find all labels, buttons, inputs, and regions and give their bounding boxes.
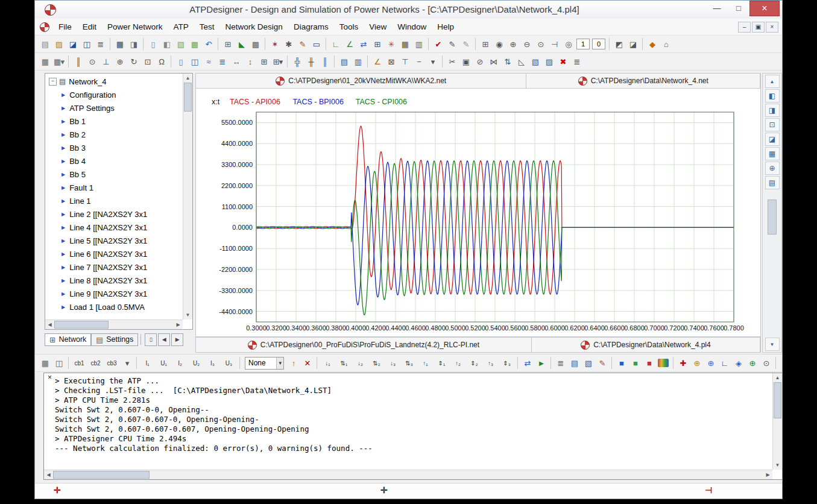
pages-grid-button[interactable]: ▥ — [352, 55, 364, 68]
tree-expander-icon[interactable]: − — [49, 78, 57, 86]
chart-copy-button[interactable]: ◧ — [765, 89, 780, 102]
phase-updown-3-button[interactable]: ⇅₃ — [402, 356, 417, 370]
probe-button[interactable]: ⊕ — [113, 55, 126, 68]
columns-button[interactable]: ║ — [318, 55, 331, 68]
bottom-tab-1[interactable]: C:\ATPDesigner\00_ProFuDiS\ProFuDiS_Land… — [196, 338, 532, 352]
console-horizontal-scrollbar[interactable]: ◀ ▶ — [44, 470, 772, 479]
square-red-button[interactable]: ■ — [643, 356, 655, 370]
menu-help[interactable]: Help — [432, 20, 459, 33]
chart-scroll-up-button[interactable]: ▲ — [765, 75, 780, 88]
top-tab-2[interactable]: C:\ATPDesigner\Data\Network_4.net — [526, 74, 760, 88]
tree-hscrollbar-thumb[interactable] — [54, 321, 109, 329]
phase-up-2-button[interactable]: ↑₂ — [450, 356, 465, 370]
page-number-field[interactable] — [576, 39, 590, 49]
settings-button[interactable]: ✱ — [282, 37, 295, 51]
save-all-button[interactable]: ◫ — [80, 37, 93, 51]
stairs-button[interactable]: ≣ — [216, 55, 229, 68]
splitter-marker-center[interactable]: ✛ — [380, 485, 388, 495]
back-button[interactable]: ⊣ — [548, 37, 561, 51]
phase-updown-2-button[interactable]: ⇅₂ — [369, 356, 384, 370]
console-vertical-scrollbar[interactable]: ▲ ▼ — [772, 373, 782, 470]
layer-back-button[interactable]: ◪ — [626, 37, 639, 51]
zoom-out-button[interactable]: ⊖ — [520, 37, 533, 51]
crop-button[interactable]: ⊠ — [385, 55, 397, 68]
window-grid-button[interactable]: ⊞ — [221, 37, 234, 51]
axes-button[interactable]: ∟ — [718, 356, 731, 370]
minimize-button[interactable]: — — [706, 1, 728, 15]
voltage-1-button[interactable]: U₁ — [156, 356, 171, 370]
chart-zoom-button[interactable]: ⊕ — [765, 162, 780, 175]
cb1-button[interactable]: cb1 — [72, 356, 87, 370]
phase-double-1-button[interactable]: ⇕₁ — [434, 356, 449, 370]
cb-dropdown[interactable]: ▾ — [121, 356, 133, 370]
menu-test[interactable]: Test — [194, 20, 220, 33]
mdi-close-button[interactable]: × — [766, 22, 778, 33]
scroll-right-icon[interactable]: ▶ — [174, 320, 183, 329]
chart-save-button[interactable]: ◪ — [765, 133, 780, 146]
magnify-region-button[interactable]: ⊡ — [141, 55, 154, 68]
tree-item-atp-settings[interactable]: ▶ATP Settings — [46, 101, 182, 115]
cb3-button[interactable]: cb3 — [104, 356, 119, 370]
binoculars-button[interactable]: ◉ — [493, 37, 505, 51]
scroll-left-icon[interactable]: ◀ — [44, 470, 53, 479]
find-button[interactable]: ◎ — [562, 37, 575, 51]
menu-diagrams[interactable]: Diagrams — [288, 20, 334, 33]
top-tab-1[interactable]: C:\ATPDesigner\01_20kVNetzMitWKA\WKA2.ne… — [196, 74, 526, 88]
asterisk-button[interactable]: ✳ — [385, 37, 397, 51]
pen-button[interactable]: ✎ — [596, 356, 608, 370]
pages-stack-button[interactable]: ▤ — [338, 55, 350, 68]
square-green-button[interactable]: ■ — [629, 356, 642, 370]
menu-power-network[interactable]: Power Network — [102, 20, 168, 33]
copy-page-button[interactable]: ▯ — [147, 37, 159, 51]
h-ruler-button[interactable]: ↔ — [230, 55, 242, 68]
attach-button[interactable]: ⊘ — [473, 55, 486, 68]
tree-item-line-7-na2xs2y-3x1[interactable]: ▶Line 7 [[NA2XS2Y 3x1 — [46, 260, 182, 274]
measure-angle-button[interactable]: ∠ — [371, 55, 383, 68]
edit-pencil-button[interactable]: ✎ — [296, 37, 309, 51]
report-view-button[interactable]: ◫ — [52, 356, 65, 370]
current-2-button[interactable]: I₂ — [172, 356, 188, 370]
list-b-button[interactable]: ▤ — [568, 356, 581, 370]
current-3-button[interactable]: I₃ — [205, 356, 220, 370]
voltage-2-button[interactable]: U₂ — [189, 356, 204, 370]
list-c-button[interactable]: ▧ — [582, 356, 595, 370]
doc-a-button[interactable]: ▤ — [779, 356, 782, 370]
tree-item-bb-5[interactable]: ▶Bb 5 — [46, 168, 182, 181]
menu-tools[interactable]: Tools — [334, 20, 364, 33]
tab-network[interactable]: ⊞Network — [45, 333, 91, 346]
phase-down-1-button[interactable]: ↓₁ — [320, 356, 335, 370]
tree-item-bb-4[interactable]: ▶Bb 4 — [46, 154, 182, 168]
minus-button[interactable]: − — [412, 55, 425, 68]
tree-item-fault-1[interactable]: ▶Fault 1 — [46, 181, 182, 194]
anchor-top-button[interactable]: ⊤ — [399, 55, 411, 68]
voltage-3-button[interactable]: U₃ — [221, 356, 236, 370]
chart-flag-button[interactable]: ◣ — [235, 37, 248, 51]
node-vertical-button[interactable]: ║ — [72, 55, 84, 68]
signal-view-button[interactable]: ≈ — [202, 55, 215, 68]
scroll-right-icon[interactable]: ▶ — [763, 470, 772, 479]
tree-scroll-right-button[interactable]: ▶ — [171, 333, 183, 346]
tree-item-configuration[interactable]: ▶Configuration — [46, 88, 182, 101]
cb2-button[interactable]: cb2 — [88, 356, 103, 370]
table-grid-button[interactable]: ⊞ — [371, 37, 383, 51]
pencil-a-button[interactable]: ✎ — [446, 37, 458, 51]
phase-up-3-button[interactable]: ↑₃ — [483, 356, 498, 370]
rotate-button[interactable]: ↻ — [127, 55, 140, 68]
layers-button[interactable]: ▧ — [529, 55, 541, 68]
split-cells-button[interactable]: ╫ — [304, 55, 317, 68]
undo-button[interactable]: ↶ — [202, 37, 215, 51]
tree-scrollbar-thumb[interactable] — [184, 83, 192, 112]
check-button[interactable]: ✔ — [432, 37, 444, 51]
menu-edit[interactable]: Edit — [77, 20, 102, 33]
select-mode-button[interactable]: ▦ — [39, 356, 51, 370]
delete-all-button[interactable]: ✖ — [557, 55, 569, 68]
console-scrollbar-thumb[interactable] — [774, 382, 781, 418]
scissors-button[interactable]: ✂ — [446, 55, 458, 68]
flag-button[interactable]: ► — [535, 356, 547, 370]
menu-view[interactable]: View — [364, 20, 392, 33]
mirror-vertical-button[interactable]: ⇅ — [501, 55, 514, 68]
current-1-button[interactable]: I₁ — [140, 356, 155, 370]
tree-page-button[interactable]: ▯ — [145, 333, 157, 346]
tree-item-load-1-load-0-5mva[interactable]: ▶Load 1 [Load 0.5MVA — [46, 300, 182, 313]
layer-front-button[interactable]: ◩ — [613, 37, 625, 51]
